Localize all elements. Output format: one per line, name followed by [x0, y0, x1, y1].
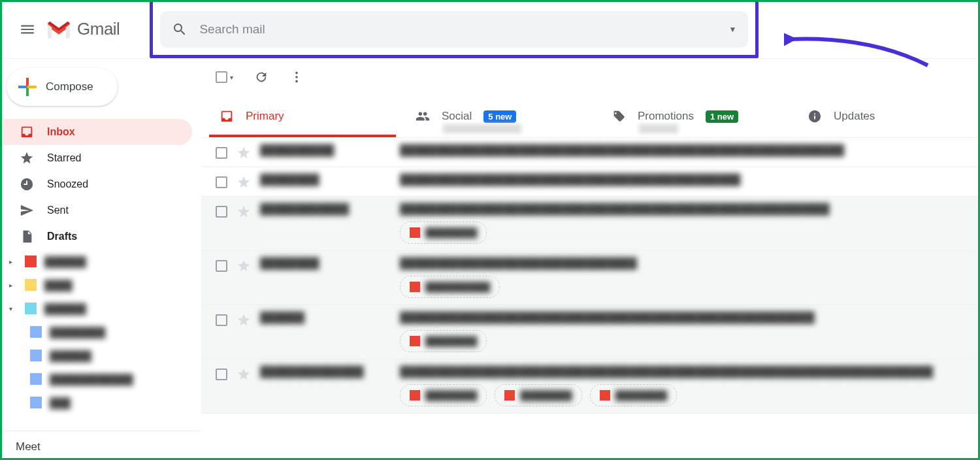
label-color-icon [30, 373, 42, 385]
redacted-text: ██████████ [425, 282, 490, 292]
mail-row[interactable]: ██████████████ █████████████████████████… [201, 359, 980, 414]
search-options-button[interactable]: ▼ [729, 25, 737, 34]
redacted-text: ███ [50, 397, 71, 408]
mail-row[interactable]: ████████ ███████████████████████████████… [201, 251, 980, 305]
mail-sender: ████████ [260, 257, 391, 269]
star-button[interactable] [237, 313, 251, 327]
star-button[interactable] [237, 146, 251, 160]
gmail-logo[interactable]: Gmail [46, 19, 120, 40]
mail-checkbox[interactable] [216, 206, 227, 218]
search-input[interactable] [199, 22, 728, 37]
plus-icon [18, 78, 37, 96]
search-icon [172, 22, 188, 37]
svg-point-1 [295, 72, 298, 74]
attachment-chip[interactable]: ████████ [400, 384, 487, 406]
svg-point-2 [295, 76, 298, 78]
star-button[interactable] [237, 175, 251, 189]
new-badge: 1 new [706, 110, 738, 123]
mail-checkbox[interactable] [216, 369, 227, 380]
sidebar-sublabel[interactable]: ███ [0, 391, 201, 414]
sidebar-item-label: Sent [47, 205, 69, 216]
label-color-icon [25, 279, 37, 291]
redacted-text: ████████████ [50, 374, 133, 385]
mail-toolbar: ▾ [201, 59, 980, 95]
people-icon [416, 109, 430, 123]
redacted-text: ██████ [44, 303, 86, 314]
sidebar-item-starred[interactable]: Starred [0, 145, 192, 171]
mail-list: ██████████ █████████████████████████████… [201, 138, 980, 414]
mail-checkbox[interactable] [216, 176, 227, 188]
sidebar-item-inbox[interactable]: Inbox [0, 119, 192, 145]
search-box[interactable]: ▼ [160, 11, 748, 48]
mail-main: ▾ Primary Social 5 new Promotions 1 new [201, 59, 980, 460]
label-color-icon [30, 350, 42, 361]
refresh-button[interactable] [254, 70, 269, 84]
mail-row[interactable]: ██████████ █████████████████████████████… [201, 138, 980, 167]
tab-label: Updates [834, 110, 875, 123]
attachment-chip[interactable]: ████████ [400, 222, 487, 244]
mail-sender: ████████████ [260, 203, 391, 215]
mail-row[interactable]: ████████ ███████████████████████████████… [201, 167, 980, 197]
attachment-chip[interactable]: ██████████ [400, 276, 500, 298]
sidebar-sublabel[interactable]: ████████████ [0, 367, 201, 391]
select-all-checkbox[interactable]: ▾ [216, 71, 233, 83]
sidebar-label[interactable]: ▸██████ [0, 250, 201, 273]
star-icon [20, 151, 34, 165]
category-tabs: Primary Social 5 new Promotions 1 new Up… [201, 95, 980, 138]
mail-sender: ████████ [260, 174, 391, 186]
file-icon [410, 336, 420, 346]
mail-checkbox[interactable] [216, 147, 227, 159]
sidebar-item-sent[interactable]: Sent [0, 197, 192, 223]
mail-sender: ██████ [260, 312, 391, 323]
label-color-icon [25, 255, 37, 267]
sidebar-label[interactable]: ▸████ [0, 273, 201, 297]
mail-checkbox[interactable] [216, 260, 227, 272]
sidebar-item-label: Drafts [47, 231, 77, 242]
attachment-chip[interactable]: ████████ [495, 384, 581, 406]
info-icon [808, 109, 822, 123]
header: Gmail ▼ [0, 0, 980, 59]
compose-button[interactable]: Compose [7, 68, 118, 106]
tab-label: Primary [246, 110, 284, 123]
attachment-chip[interactable]: ████████ [590, 384, 677, 406]
draft-icon [20, 229, 34, 244]
expand-icon: ▸ [9, 282, 17, 289]
sidebar-item-label: Inbox [47, 126, 75, 138]
gmail-m-icon [46, 19, 72, 40]
redacted-text: ██████ [50, 350, 91, 361]
mail-row[interactable]: ██████ █████████████████████████████████… [201, 305, 980, 359]
sidebar-label[interactable]: ▾██████ [0, 297, 201, 320]
mail-subject: ████████████████████████████████████████… [400, 144, 976, 156]
label-color-icon [30, 326, 42, 338]
mail-sender: ██████████████ [260, 366, 391, 378]
redacted-text: ████████ [425, 227, 477, 238]
tab-updates[interactable]: Updates [797, 95, 967, 137]
redacted-text [639, 124, 678, 133]
tab-primary[interactable]: Primary [209, 95, 405, 137]
file-icon [410, 282, 420, 292]
clock-icon [20, 177, 34, 191]
main-menu-button[interactable] [12, 14, 43, 45]
star-button[interactable] [237, 259, 251, 273]
tab-promotions[interactable]: Promotions 1 new [601, 95, 797, 137]
sidebar-item-drafts[interactable]: Drafts [0, 223, 192, 250]
file-icon [410, 390, 420, 401]
star-button[interactable] [237, 367, 251, 382]
sidebar-sublabel[interactable]: ████████ [0, 320, 201, 344]
product-name: Gmail [77, 19, 120, 39]
meet-section-header[interactable]: Meet [0, 431, 201, 460]
redacted-text: ████████ [50, 327, 105, 338]
mail-sender: ██████████ [260, 144, 391, 156]
more-button[interactable] [289, 70, 304, 84]
sidebar-item-snoozed[interactable]: Snoozed [0, 171, 192, 197]
svg-point-3 [295, 80, 298, 83]
star-button[interactable] [237, 205, 251, 219]
attachment-chip[interactable]: ████████ [400, 330, 487, 352]
mail-row[interactable]: ████████████ ███████████████████████████… [201, 197, 980, 251]
label-color-icon [30, 397, 42, 408]
sidebar-sublabel[interactable]: ██████ [0, 344, 201, 367]
mail-subject: ████████████████████████████████████████… [400, 203, 976, 244]
file-icon [410, 227, 420, 238]
tab-social[interactable]: Social 5 new [405, 95, 601, 137]
mail-checkbox[interactable] [216, 314, 227, 326]
